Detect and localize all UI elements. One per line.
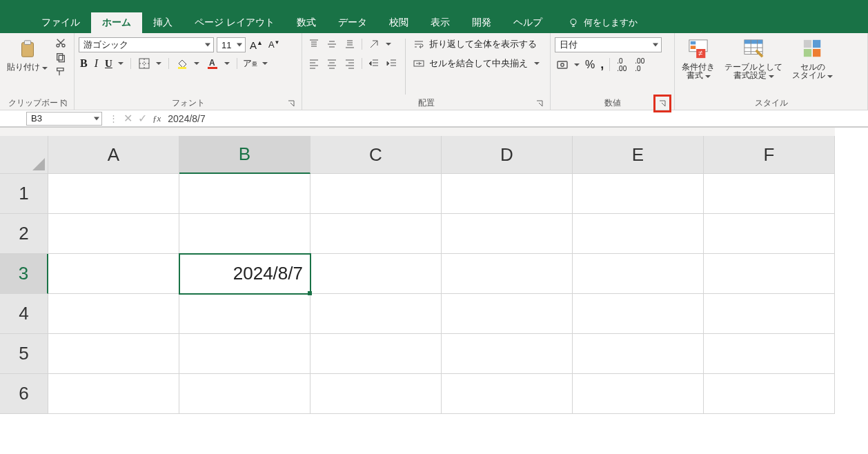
col-header-e[interactable]: E — [573, 136, 704, 174]
page-layout-tab[interactable]: ページ レイアウト — [184, 12, 286, 33]
tell-me[interactable]: 何をしますか — [567, 12, 638, 33]
orientation-button[interactable] — [366, 37, 393, 51]
comma-button[interactable]: , — [599, 57, 605, 72]
font-color-button[interactable]: A — [205, 57, 231, 70]
copy-button[interactable] — [55, 52, 67, 64]
fx-button[interactable]: ƒx — [152, 113, 161, 124]
enter-formula-button[interactable]: ✓ — [138, 112, 147, 125]
align-middle-button[interactable] — [324, 37, 339, 51]
align-right-button[interactable] — [342, 57, 357, 70]
row-header-5[interactable]: 5 — [0, 334, 48, 374]
phonetic-button[interactable]: ア亜 — [243, 57, 269, 70]
help-tab[interactable]: ヘルプ — [502, 12, 553, 33]
spreadsheet-grid[interactable]: A B C D E F 1 2 3 2024/8/7 4 5 6 — [0, 127, 868, 414]
align-center-button[interactable] — [324, 57, 339, 70]
cell-d2[interactable] — [442, 214, 573, 254]
cell-b4[interactable] — [179, 294, 310, 334]
row-header-1[interactable]: 1 — [0, 174, 48, 214]
cell-e4[interactable] — [573, 294, 704, 334]
cell-c5[interactable] — [310, 334, 442, 374]
cell-c1[interactable] — [310, 174, 442, 214]
insert-tab[interactable]: 挿入 — [142, 12, 184, 33]
row-header-4[interactable]: 4 — [0, 294, 48, 334]
percent-button[interactable]: % — [584, 57, 596, 72]
cell-a5[interactable] — [48, 334, 179, 374]
developer-tab[interactable]: 開発 — [461, 12, 502, 33]
increase-indent-button[interactable] — [384, 57, 400, 70]
select-all-corner[interactable] — [0, 136, 48, 174]
bold-button[interactable]: B — [79, 57, 89, 70]
conditional-format-button[interactable]: ≠ 条件付き 書式 — [679, 37, 718, 81]
cell-b3[interactable]: 2024/8/7 — [179, 254, 310, 294]
view-tab[interactable]: 表示 — [420, 12, 461, 33]
cell-d1[interactable] — [442, 174, 573, 214]
cell-c2[interactable] — [310, 214, 442, 254]
cut-button[interactable] — [55, 37, 67, 50]
cell-f1[interactable] — [704, 174, 835, 214]
cell-a2[interactable] — [48, 214, 179, 254]
col-header-b[interactable]: B — [179, 136, 310, 174]
font-size-select[interactable]: 11 — [217, 37, 246, 52]
increase-decimal-button[interactable]: .0.00 — [614, 57, 629, 72]
file-tab[interactable]: ファイル — [30, 12, 91, 33]
cell-f5[interactable] — [704, 334, 835, 374]
underline-button[interactable]: U — [103, 57, 125, 70]
cell-d3[interactable] — [442, 254, 573, 294]
cell-c6[interactable] — [310, 374, 442, 414]
review-tab[interactable]: 校閲 — [378, 12, 420, 33]
italic-button[interactable]: I — [93, 57, 99, 70]
name-box[interactable]: B3 — [26, 112, 102, 126]
borders-button[interactable] — [137, 57, 163, 70]
cell-a3[interactable] — [48, 254, 179, 294]
clipboard-launcher[interactable] — [59, 99, 68, 108]
font-name-select[interactable]: 游ゴシック — [79, 37, 214, 52]
cell-f2[interactable] — [704, 214, 835, 254]
cell-b5[interactable] — [179, 334, 310, 374]
cell-e1[interactable] — [573, 174, 704, 214]
number-format-select[interactable]: 日付 — [555, 37, 662, 52]
cell-e2[interactable] — [573, 214, 704, 254]
col-header-a[interactable]: A — [48, 136, 179, 174]
merge-center-button[interactable]: セルを結合して中央揃え — [411, 57, 541, 70]
row-header-3[interactable]: 3 — [0, 254, 48, 294]
format-as-table-button[interactable]: テーブルとして 書式設定 — [722, 37, 785, 81]
align-top-button[interactable] — [306, 37, 322, 51]
number-launcher[interactable] — [653, 95, 671, 112]
col-header-f[interactable]: F — [704, 136, 835, 174]
cell-c3[interactable] — [310, 254, 442, 294]
decrease-indent-button[interactable] — [366, 57, 382, 70]
home-tab[interactable]: ホーム — [91, 12, 142, 33]
cell-e5[interactable] — [573, 334, 704, 374]
formula-bar-input[interactable]: 2024/8/7 — [161, 113, 868, 124]
cell-b6[interactable] — [179, 374, 310, 414]
align-launcher[interactable] — [535, 99, 544, 108]
cell-d6[interactable] — [442, 374, 573, 414]
col-header-c[interactable]: C — [310, 136, 442, 174]
accounting-format-button[interactable] — [555, 57, 581, 72]
cell-f6[interactable] — [704, 374, 835, 414]
align-bottom-button[interactable] — [342, 37, 357, 51]
cell-styles-button[interactable]: セルの スタイル — [789, 37, 836, 81]
row-header-2[interactable]: 2 — [0, 214, 48, 254]
align-left-button[interactable] — [306, 57, 322, 70]
paste-button[interactable]: 貼り付け — [4, 37, 50, 72]
cancel-formula-button[interactable]: ✕ — [124, 112, 132, 125]
cell-a1[interactable] — [48, 174, 179, 214]
data-tab[interactable]: データ — [327, 12, 378, 33]
grow-font-button[interactable]: A▲ — [248, 39, 264, 52]
cell-f4[interactable] — [704, 294, 835, 334]
cell-b1[interactable] — [179, 174, 310, 214]
shrink-font-button[interactable]: A▼ — [267, 39, 282, 50]
cell-f3[interactable] — [704, 254, 835, 294]
cell-c4[interactable] — [310, 294, 442, 334]
cell-e6[interactable] — [573, 374, 704, 414]
cell-a4[interactable] — [48, 294, 179, 334]
fill-color-button[interactable] — [175, 57, 201, 70]
cell-d4[interactable] — [442, 294, 573, 334]
decrease-decimal-button[interactable]: .00.0 — [632, 57, 647, 72]
col-header-d[interactable]: D — [442, 136, 573, 174]
format-painter-button[interactable] — [55, 66, 67, 79]
cell-b2[interactable] — [179, 214, 310, 254]
row-header-6[interactable]: 6 — [0, 374, 48, 414]
wrap-text-button[interactable]: 折り返して全体を表示する — [411, 37, 541, 51]
